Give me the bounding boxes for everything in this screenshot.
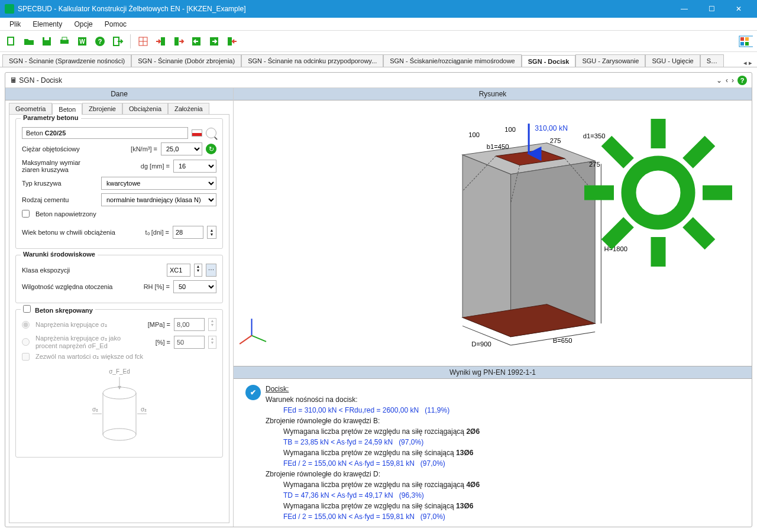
sigma2-label-2: Naprężenia krępujące σ₂ jako procent nap…: [35, 335, 132, 349]
dg-select[interactable]: 16: [173, 160, 216, 173]
subtab-beton[interactable]: Beton: [52, 103, 82, 115]
svg-rect-19: [745, 37, 749, 41]
panel-icon: 🖩: [10, 76, 17, 85]
import-icon[interactable]: [153, 34, 169, 49]
napow-checkbox[interactable]: [22, 210, 30, 218]
maximize-button[interactable]: ☐: [698, 0, 725, 18]
drawing-canvas: 310,00 kN 100 100 b1=450 275 d1=350 275 …: [234, 100, 752, 366]
ciezar-label: Ciężar objętościowy: [22, 145, 119, 153]
rh-select[interactable]: 50: [173, 280, 216, 293]
help-icon[interactable]: ?: [92, 34, 108, 49]
menubar: Plik Elementy Opcje Pomoc: [0, 18, 757, 31]
gear-icon[interactable]: [570, 104, 747, 283]
subtab-geometria[interactable]: Geometria: [9, 103, 52, 114]
menu-opcje[interactable]: Opcje: [68, 19, 98, 30]
doc-tab-4[interactable]: SGN - Docisk: [522, 55, 576, 67]
svg-text:b1=450: b1=450: [487, 143, 509, 150]
minimize-button[interactable]: —: [671, 0, 698, 18]
wiek-input[interactable]: [173, 226, 203, 239]
close-button[interactable]: ✕: [725, 0, 752, 18]
spinner-disabled-icon: ▲▼: [208, 318, 216, 331]
doc-tab-2[interactable]: SGN - Ścinanie na odcinku przypodporowy.…: [241, 54, 383, 67]
panel-prev-icon[interactable]: ‹: [726, 76, 728, 85]
typ-select[interactable]: kwarcytowe: [101, 177, 216, 190]
app-icon: [5, 4, 14, 14]
klasa-more-icon[interactable]: …: [206, 264, 216, 277]
sigma2-radio-2: [22, 338, 30, 346]
flag-icon[interactable]: [192, 129, 202, 137]
svg-rect-3: [44, 37, 49, 40]
rodzaj-select[interactable]: normalnie twardniejący (klasa N): [101, 193, 216, 206]
panel-next-icon[interactable]: ›: [732, 76, 734, 85]
svg-text:275: 275: [550, 137, 561, 144]
svg-line-65: [688, 141, 710, 164]
sketch-illustration: σ_F_Edσ₂σ₂: [22, 366, 216, 451]
word-icon[interactable]: W: [75, 34, 90, 49]
panel-help-icon[interactable]: ?: [737, 76, 747, 85]
menu-elementy[interactable]: Elementy: [27, 19, 68, 30]
rh-label: Wilgotność względna otoczenia: [22, 283, 132, 290]
skrepowany-checkbox[interactable]: [23, 305, 31, 313]
svg-text:σ₂: σ₂: [141, 406, 147, 413]
doc-tab-1[interactable]: SGN - Ścinanie (Dobór zbrojenia): [131, 54, 241, 67]
klasa-spinner-icon[interactable]: ▲▼: [194, 264, 202, 277]
subtab-zbrojenie[interactable]: Zbrojenie: [82, 103, 122, 114]
svg-text:310,00 kN: 310,00 kN: [535, 124, 568, 132]
new-icon[interactable]: [4, 34, 19, 49]
lookup-icon[interactable]: [206, 128, 216, 138]
svg-line-34: [240, 336, 251, 344]
svg-point-27: [103, 429, 136, 440]
doc-tab-6[interactable]: SGU - Ugięcie: [645, 54, 700, 67]
svg-rect-13: [174, 37, 179, 46]
sigma2-label-1: Naprężenia krępujące σ₂: [35, 321, 132, 329]
subtab-obciazenia[interactable]: Obciążenia: [122, 103, 168, 114]
tab-nav[interactable]: ◂ ▸: [741, 59, 755, 67]
wiek-label: Wiek betonu w chwili obciążenia: [22, 229, 131, 236]
beton-field[interactable]: Beton C20/25: [22, 127, 188, 139]
open-icon[interactable]: [21, 34, 37, 49]
titlebar: SPECBUD - Kalkulator Konstrukcji Żelbeto…: [0, 0, 757, 18]
sigma2-input-1: [174, 318, 205, 331]
results-header: Wyniki wg PN-EN 1992-1-1: [234, 366, 752, 379]
doc-tab-7[interactable]: S…: [700, 54, 724, 67]
logo-icon[interactable]: [738, 34, 753, 49]
klasa-input[interactable]: [167, 264, 190, 277]
print-icon[interactable]: [57, 34, 72, 49]
doc-tab-0[interactable]: SGN - Ścinanie (Sprawdzenie nośności): [2, 54, 131, 67]
spinner-disabled-icon-2: ▲▼: [208, 336, 216, 349]
doc-tab-5[interactable]: SGU - Zarysowanie: [575, 54, 645, 67]
exit-icon[interactable]: [110, 34, 125, 49]
group-parametry-title: Parametry betonu: [21, 114, 81, 121]
svg-rect-16: [228, 37, 232, 46]
refresh-icon[interactable]: ↻: [206, 144, 216, 154]
left-header: Dane: [5, 88, 233, 100]
export-icon[interactable]: [171, 34, 186, 49]
main-panel: 🖩 SGN - Docisk ⌄ ‹ › ? Dane Geometria Be…: [5, 72, 752, 527]
klasa-label: Klasa ekspozycji: [22, 267, 163, 274]
doc-tab-3[interactable]: SGN - Ściskanie/rozciąganie mimośrodowe: [383, 54, 522, 67]
svg-point-57: [629, 163, 688, 222]
dg-label: Maksymalny wymiarziaren kruszywa: [22, 159, 132, 173]
svg-rect-18: [740, 37, 744, 41]
save-icon[interactable]: [39, 34, 54, 49]
ciezar-select[interactable]: 25,0: [161, 142, 202, 155]
window-title: SPECBUD - Kalkulator Konstrukcji Żelbeto…: [18, 5, 671, 13]
subtab-zalozenia[interactable]: Założenia: [168, 103, 209, 114]
svg-text:σ₂: σ₂: [92, 406, 98, 413]
menu-pomoc[interactable]: Pomoc: [99, 19, 132, 30]
group-warunki: Warunki środowiskowe Klasa ekspozycji ▲▼…: [15, 255, 223, 303]
menu-plik[interactable]: Plik: [4, 19, 27, 30]
svg-line-33: [252, 336, 266, 342]
panel-dropdown-icon[interactable]: ⌄: [716, 76, 722, 85]
grid-icon[interactable]: [135, 34, 151, 49]
results-block: ✔ Docisk: Warunek nośności na docisk: FE…: [234, 379, 752, 527]
spinner-icon[interactable]: ▲▼: [207, 226, 216, 239]
out-icon[interactable]: [224, 34, 240, 49]
sigma2-input-2: [174, 336, 205, 349]
swap-right-icon[interactable]: [206, 34, 222, 49]
document-tabs: SGN - Ścinanie (Sprawdzenie nośności) SG…: [0, 52, 757, 67]
napow-label: Beton napowietrzony: [35, 210, 216, 218]
swap-left-icon[interactable]: [189, 34, 204, 49]
svg-marker-36: [462, 155, 510, 337]
zezwol-label: Zezwól na wartości σ₂ większe od fck: [35, 353, 216, 361]
